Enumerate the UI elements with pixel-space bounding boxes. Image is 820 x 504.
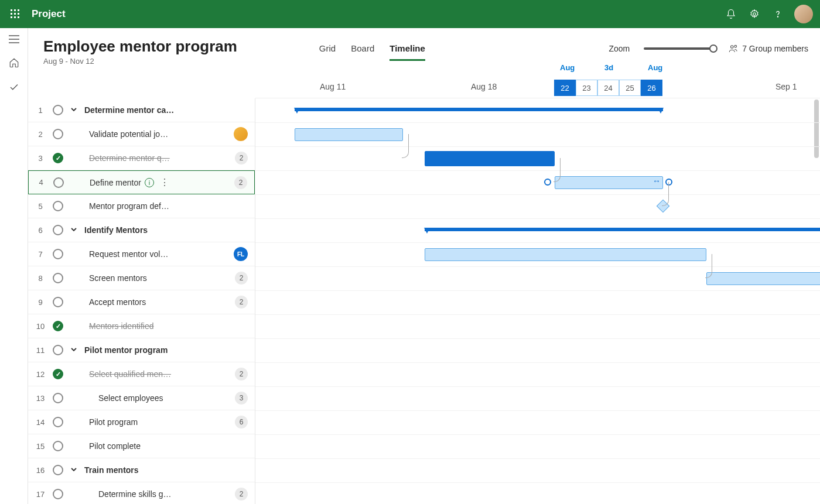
collapse-caret-icon[interactable]: [70, 465, 77, 475]
svg-rect-5: [18, 13, 19, 15]
task-complete-toggle[interactable]: [53, 417, 63, 427]
task-row[interactable]: 14Pilot program6: [28, 410, 255, 434]
help-icon[interactable]: [766, 9, 790, 19]
task-name[interactable]: Mentors identified: [89, 321, 154, 331]
resize-arrow-icon[interactable]: ↔: [652, 176, 661, 186]
task-row[interactable]: 3Determine mentor q…2: [28, 146, 255, 170]
zoom-handle[interactable]: [709, 44, 718, 53]
gantt-task-bar[interactable]: [555, 176, 663, 189]
collapse-caret-icon[interactable]: [70, 225, 77, 235]
info-icon[interactable]: i: [145, 178, 154, 187]
task-name[interactable]: Identify Mentors: [84, 225, 148, 235]
task-name[interactable]: Select employees: [98, 393, 163, 403]
gantt-summary-bar[interactable]: [295, 108, 663, 111]
task-row[interactable]: 8Screen mentors2: [28, 266, 255, 290]
task-complete-toggle[interactable]: [53, 105, 63, 115]
group-members-button[interactable]: 7 Group members: [728, 43, 808, 54]
task-name[interactable]: Request mentor vol…: [89, 249, 168, 259]
menu-icon[interactable]: [9, 35, 19, 46]
tab-grid[interactable]: Grid: [319, 43, 336, 61]
task-complete-toggle[interactable]: [53, 345, 63, 355]
task-complete-toggle[interactable]: [53, 369, 63, 379]
collapse-caret-icon[interactable]: [70, 105, 77, 115]
user-avatar[interactable]: [794, 5, 813, 23]
gantt-summary-bar[interactable]: [425, 228, 820, 231]
task-complete-toggle[interactable]: [53, 249, 63, 259]
mini-date-cell[interactable]: 24: [597, 80, 619, 96]
task-name[interactable]: Accept mentors: [89, 297, 146, 307]
home-icon[interactable]: [9, 57, 19, 70]
task-complete-toggle[interactable]: [53, 129, 63, 139]
task-row[interactable]: 13Select employees3: [28, 386, 255, 410]
gantt-task-bar[interactable]: [295, 128, 403, 141]
mini-date-cell[interactable]: 22: [554, 80, 576, 96]
notifications-icon[interactable]: [719, 9, 743, 19]
assignee-avatar[interactable]: FL: [234, 247, 248, 261]
task-complete-toggle[interactable]: [53, 441, 63, 451]
zoom-slider[interactable]: [644, 47, 714, 50]
task-name[interactable]: Define mentor: [90, 178, 141, 187]
assignee-avatar[interactable]: [234, 127, 248, 141]
task-name[interactable]: Select qualified men…: [89, 369, 171, 379]
task-row[interactable]: 9Accept mentors2: [28, 290, 255, 314]
task-row[interactable]: 2Validate potential jo…: [28, 122, 255, 146]
task-name[interactable]: Pilot mentor program: [84, 345, 168, 355]
task-complete-toggle[interactable]: [53, 177, 64, 188]
top-bar: Project: [0, 0, 820, 28]
task-row[interactable]: 5Mentor program def…: [28, 194, 255, 218]
dependency-count-badge: 2: [235, 488, 248, 500]
svg-point-14: [731, 46, 734, 49]
task-row[interactable]: 1Determine mentor ca…: [28, 98, 255, 122]
task-row[interactable]: 15Pilot complete: [28, 434, 255, 458]
task-complete-toggle[interactable]: [53, 225, 63, 235]
task-row[interactable]: 11Pilot mentor program: [28, 338, 255, 362]
more-actions-icon[interactable]: ⋮: [158, 177, 172, 188]
task-list: 1Determine mentor ca…2Validate potential…: [28, 98, 255, 504]
task-row[interactable]: 16Train mentors: [28, 458, 255, 482]
gantt-task-bar[interactable]: [425, 248, 706, 261]
task-complete-toggle[interactable]: [53, 321, 63, 331]
collapse-caret-icon[interactable]: [70, 345, 77, 355]
task-name[interactable]: Train mentors: [84, 465, 139, 475]
task-row[interactable]: 6Identify Mentors: [28, 218, 255, 242]
task-row[interactable]: 10Mentors identified: [28, 314, 255, 338]
tab-board[interactable]: Board: [351, 43, 374, 61]
dependency-count-badge: 2: [234, 176, 247, 189]
task-name[interactable]: Determine mentor q…: [89, 153, 170, 163]
task-complete-toggle[interactable]: [53, 489, 63, 499]
mini-date-cell[interactable]: 25: [619, 80, 641, 96]
task-name[interactable]: Pilot program: [89, 417, 138, 427]
task-name[interactable]: Determine skills g…: [98, 489, 171, 499]
gantt-task-bar[interactable]: [706, 272, 820, 285]
task-complete-toggle[interactable]: [53, 201, 63, 211]
task-complete-toggle[interactable]: [53, 465, 63, 475]
task-row[interactable]: 7Request mentor vol…FL: [28, 242, 255, 266]
mini-date-cell[interactable]: 26: [641, 80, 662, 96]
task-row[interactable]: 4Define mentori⋮2: [28, 170, 255, 194]
task-number: 12: [28, 370, 53, 379]
settings-icon[interactable]: [743, 9, 766, 19]
project-title: Employee mentor program: [43, 37, 237, 56]
gantt-task-bar[interactable]: [425, 151, 555, 166]
project-header: Employee mentor program Aug 9 - Nov 12 G…: [28, 28, 820, 66]
task-complete-toggle[interactable]: [53, 273, 63, 283]
task-name[interactable]: Determine mentor ca…: [84, 105, 174, 115]
mini-date-cell[interactable]: 23: [576, 80, 597, 96]
task-name[interactable]: Validate potential jo…: [89, 129, 168, 139]
task-complete-toggle[interactable]: [53, 153, 63, 163]
gantt-chart[interactable]: ↔: [255, 98, 820, 504]
check-icon[interactable]: [9, 82, 19, 95]
task-row[interactable]: 12Select qualified men…2: [28, 362, 255, 386]
task-name[interactable]: Mentor program def…: [89, 201, 169, 211]
scroll-thumb[interactable]: [814, 100, 819, 158]
waffle-icon[interactable]: [7, 9, 23, 19]
task-complete-toggle[interactable]: [53, 393, 63, 403]
task-name[interactable]: Screen mentors: [89, 273, 147, 283]
task-complete-toggle[interactable]: [53, 297, 63, 307]
task-row[interactable]: 17Determine skills g…2: [28, 482, 255, 504]
dependency-count-badge: 2: [235, 272, 248, 284]
task-name[interactable]: Pilot complete: [89, 441, 141, 451]
tab-timeline[interactable]: Timeline: [390, 43, 425, 61]
bar-drag-handle[interactable]: [544, 179, 551, 186]
vertical-scrollbar[interactable]: [813, 98, 819, 504]
